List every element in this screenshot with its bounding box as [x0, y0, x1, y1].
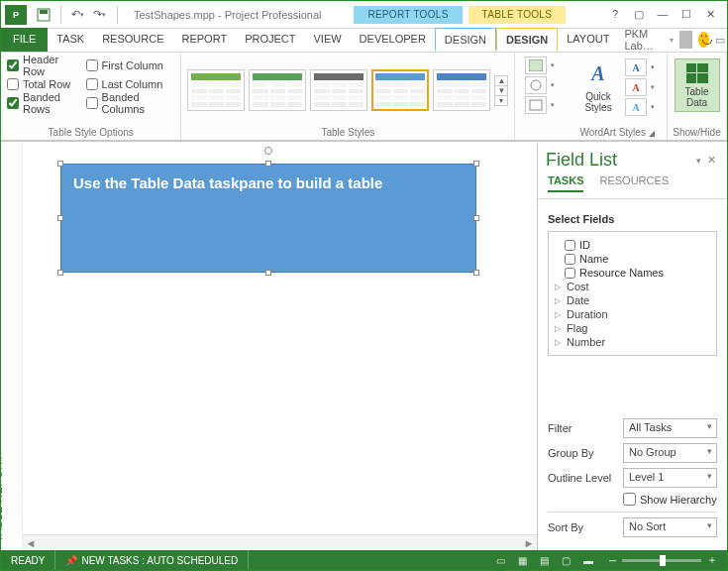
- table-style-thumb[interactable]: [187, 69, 245, 111]
- table-data-button[interactable]: Table Data: [675, 57, 720, 112]
- gallery-more-icon[interactable]: ▾: [495, 96, 507, 105]
- pane-tab-resources[interactable]: RESOURCES: [599, 174, 669, 192]
- help-icon[interactable]: ?: [608, 8, 622, 21]
- table-style-thumb[interactable]: [249, 69, 306, 111]
- view-resource-sheet-icon[interactable]: ▢: [556, 555, 577, 566]
- table-placeholder-shape[interactable]: Use the Table Data taskpane to build a t…: [60, 164, 476, 273]
- ribbon: Header Row Total Row Banded Rows First C…: [1, 53, 727, 142]
- field-category[interactable]: ▷Number: [555, 335, 710, 349]
- effects-button[interactable]: [525, 76, 547, 94]
- field-category[interactable]: ▷Flag: [555, 321, 710, 335]
- gallery-down-icon[interactable]: ▼: [495, 86, 507, 96]
- status-schedule-mode[interactable]: 📌 NEW TASKS : AUTO SCHEDULED: [55, 550, 249, 570]
- report-canvas[interactable]: Use the Table Data taskpane to build a t…: [23, 144, 537, 550]
- zoom-slider[interactable]: [622, 559, 701, 562]
- file-tab[interactable]: FILE: [1, 28, 48, 52]
- field-category[interactable]: ▷Cost: [555, 280, 710, 293]
- groupby-select[interactable]: No Group: [623, 443, 717, 463]
- tab-report[interactable]: REPORT: [173, 28, 237, 52]
- undo-icon[interactable]: ↶▾: [71, 8, 85, 22]
- sortby-select[interactable]: No Sort: [623, 517, 717, 537]
- pane-tab-tasks[interactable]: TASKS: [548, 174, 583, 192]
- field-checkbox[interactable]: Resource Names: [555, 266, 710, 280]
- group-label: Table Style Options: [49, 124, 134, 138]
- view-team-planner-icon[interactable]: ▤: [534, 555, 556, 566]
- tab-developer[interactable]: DEVELOPER: [351, 28, 435, 52]
- view-bar-label: TABLE REPORT: [0, 454, 4, 542]
- view-bar[interactable]: TABLE REPORT: [1, 144, 23, 550]
- tab-project[interactable]: PROJECT: [236, 28, 304, 52]
- svg-rect-2: [529, 59, 543, 71]
- pane-title: Field List: [546, 150, 693, 171]
- outline-select[interactable]: Level 1: [623, 468, 717, 488]
- field-checkbox[interactable]: ID: [555, 238, 710, 252]
- zoom-in-icon[interactable]: ＋: [707, 553, 717, 567]
- pane-close-icon[interactable]: ✕: [704, 154, 719, 167]
- tab-task[interactable]: TASK: [48, 28, 93, 52]
- view-gantt-icon[interactable]: ▭: [490, 555, 512, 566]
- show-hierarchy-checkbox[interactable]: Show Hierarchy: [623, 493, 717, 506]
- table-style-thumb[interactable]: [371, 69, 429, 111]
- view-report-icon[interactable]: ▬: [577, 555, 599, 566]
- resize-handle[interactable]: [57, 161, 63, 167]
- scroll-right-icon[interactable]: ►: [521, 537, 537, 549]
- resize-handle[interactable]: [57, 215, 63, 221]
- quick-styles-button[interactable]: A Quick Styles: [575, 57, 621, 113]
- zoom-out-icon[interactable]: ─: [609, 555, 616, 566]
- feedback-icon[interactable]: [698, 32, 709, 48]
- text-outline-button[interactable]: A: [625, 78, 647, 96]
- group-table-style-options: Header Row Total Row Banded Rows First C…: [1, 53, 181, 140]
- text-effects-button[interactable]: A: [625, 98, 647, 116]
- shading-button[interactable]: [525, 57, 547, 74]
- new-window-icon[interactable]: ▭: [715, 34, 725, 47]
- resize-handle[interactable]: [473, 215, 479, 221]
- table-style-thumb[interactable]: [310, 69, 367, 111]
- gallery-up-icon[interactable]: ▲: [495, 76, 507, 86]
- chk-banded-rows[interactable]: Banded Rows: [7, 94, 82, 112]
- scroll-left-icon[interactable]: ◄: [23, 537, 39, 549]
- user-name: PKM Lab…: [624, 28, 663, 52]
- view-task-usage-icon[interactable]: ▦: [512, 555, 534, 566]
- text-fill-button[interactable]: A: [625, 58, 647, 76]
- close-icon[interactable]: ✕: [703, 8, 717, 21]
- expand-icon: ▷: [555, 296, 563, 305]
- quick-styles-icon: A: [583, 58, 613, 88]
- resize-handle[interactable]: [473, 161, 479, 167]
- work-area: TABLE REPORT Use the Table Data taskpane…: [1, 144, 727, 550]
- tab-table-design[interactable]: DESIGN: [496, 28, 558, 52]
- minimize-icon[interactable]: —: [656, 8, 670, 21]
- ribbon-toggle-icon[interactable]: ▢: [632, 8, 646, 21]
- resize-handle[interactable]: [265, 161, 271, 167]
- status-bar: READY 📌 NEW TASKS : AUTO SCHEDULED ▭ ▦ ▤…: [1, 550, 727, 570]
- field-category[interactable]: ▷Duration: [555, 307, 710, 321]
- redo-icon[interactable]: ↷▾: [93, 8, 107, 22]
- chk-header-row[interactable]: Header Row: [7, 57, 82, 74]
- field-checkbox[interactable]: Name: [555, 252, 710, 266]
- rotate-handle[interactable]: [264, 147, 272, 155]
- horizontal-scrollbar[interactable]: ◄ ►: [23, 534, 537, 550]
- field-category[interactable]: ▷Date: [555, 293, 710, 307]
- table-style-thumb[interactable]: [433, 69, 490, 111]
- chk-first-column[interactable]: First Column: [86, 57, 175, 74]
- resize-handle[interactable]: [473, 270, 479, 276]
- tab-resource[interactable]: RESOURCE: [93, 28, 172, 52]
- field-picker: IDNameResource Names▷Cost▷Date▷Duration▷…: [548, 231, 717, 356]
- zoom-control[interactable]: ─ ＋: [599, 553, 727, 567]
- window-title: TestShapes.mpp - Project Professional: [134, 9, 322, 21]
- maximize-icon[interactable]: ☐: [679, 8, 693, 21]
- tab-table-layout[interactable]: LAYOUT: [558, 28, 618, 52]
- tab-view[interactable]: VIEW: [304, 28, 350, 52]
- chk-banded-columns[interactable]: Banded Columns: [86, 94, 175, 112]
- group-label: Show/Hide: [673, 124, 720, 138]
- tab-report-design[interactable]: DESIGN: [435, 28, 496, 52]
- resize-handle[interactable]: [57, 270, 63, 276]
- auto-schedule-icon: 📌: [65, 555, 77, 566]
- pane-options-icon[interactable]: ▾: [693, 156, 704, 166]
- gallery-scroll[interactable]: ▲▼▾: [494, 75, 508, 106]
- context-tab-report-tools: REPORT TOOLS: [354, 6, 462, 24]
- user-area[interactable]: PKM Lab… ▾ ▭ ✕: [618, 28, 728, 52]
- borders-button[interactable]: [525, 96, 547, 114]
- resize-handle[interactable]: [265, 270, 271, 276]
- save-icon[interactable]: [37, 8, 51, 22]
- filter-select[interactable]: All Tasks: [623, 418, 717, 438]
